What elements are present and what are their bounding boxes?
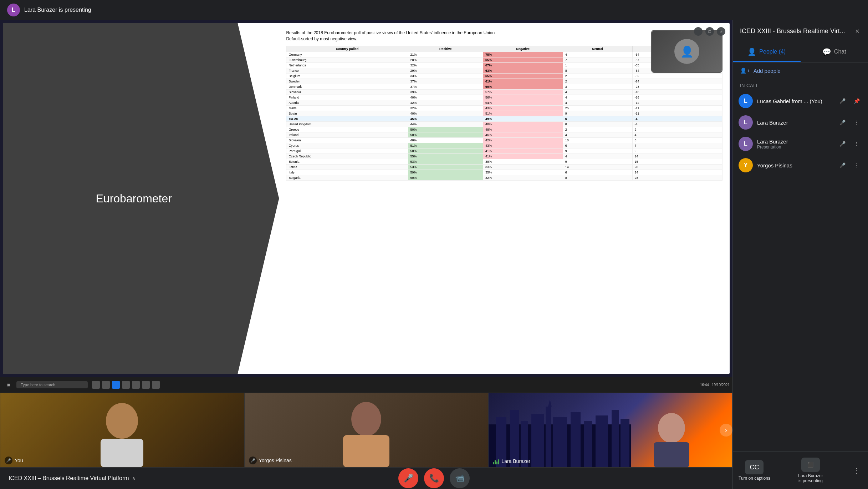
pin-button-lucas[interactable]: 📌 bbox=[851, 95, 862, 107]
eurobarometer-label: Eurobarometer bbox=[96, 192, 186, 205]
close-button[interactable]: × bbox=[717, 27, 725, 36]
sidebar-header: ICED XXIII - Brussels Realtime Virt... × bbox=[733, 20, 868, 42]
minimize-button[interactable]: — bbox=[694, 27, 703, 36]
svg-point-2 bbox=[351, 402, 381, 436]
table-row: Sweden37%61%2-24 bbox=[286, 79, 723, 84]
people-tab-label: People (4) bbox=[759, 49, 786, 55]
captions-button[interactable]: CC Turn on captions bbox=[739, 460, 770, 481]
tab-people[interactable]: 👤 People (4) bbox=[733, 42, 801, 62]
sidebar-more-button[interactable]: ⋮ bbox=[851, 465, 862, 476]
svg-rect-18 bbox=[654, 442, 689, 467]
table-row: Greece50%48%22 bbox=[286, 127, 723, 132]
table-row: Denmark37%60%3-23 bbox=[286, 84, 723, 89]
person-silhouette-lara bbox=[647, 407, 696, 467]
svg-point-0 bbox=[106, 403, 138, 439]
table-row: EU-2845%49%6-4 bbox=[286, 116, 723, 121]
slide-right-panel: Results of the 2018 Eurobarometer poll o… bbox=[279, 23, 730, 374]
taskbar-icon-3[interactable] bbox=[112, 381, 120, 389]
avatar-lara: L bbox=[739, 115, 753, 130]
taskbar-app-icons bbox=[92, 381, 160, 389]
video-name-lara: Lara Burazer bbox=[501, 458, 530, 464]
call-controls: 🎤 📞 📹 bbox=[398, 468, 470, 488]
person-silhouette-you bbox=[86, 396, 158, 467]
top-bar: L Lara Burazer is presenting bbox=[0, 0, 868, 20]
sidebar-title: ICED XXIII - Brussels Realtime Virt... bbox=[740, 27, 845, 35]
svg-rect-15 bbox=[612, 410, 619, 467]
end-call-button[interactable]: 📞 bbox=[424, 468, 444, 488]
info-lara: Lara Burazer bbox=[757, 120, 832, 126]
col-negative: Negative bbox=[483, 46, 563, 52]
video-label-you: 🎤 You bbox=[5, 457, 23, 464]
table-row: Spain40%51%9-11 bbox=[286, 111, 723, 116]
sidebar-bottom: CC Turn on captions ⬛ Lara Burazeris pre… bbox=[733, 452, 868, 489]
video-label-lara: Lara Burazer bbox=[493, 458, 530, 464]
taskbar-icon-5[interactable] bbox=[132, 381, 140, 389]
controls-yorgos: 🎤 ⋮ bbox=[837, 160, 862, 171]
start-button[interactable]: ⊞ bbox=[3, 379, 14, 390]
svg-rect-9 bbox=[546, 407, 551, 467]
taskbar-icon-2[interactable] bbox=[102, 381, 110, 389]
svg-rect-12 bbox=[571, 412, 581, 467]
name-yorgos: Yorgos Pisinas bbox=[757, 162, 832, 168]
mic-button-lara[interactable]: 🎤 bbox=[837, 117, 848, 128]
mic-button-lara-pres[interactable]: 🎤 bbox=[837, 138, 848, 150]
svg-rect-14 bbox=[596, 415, 608, 467]
mic-button-lucas[interactable]: 🎤 bbox=[837, 95, 848, 107]
mic-button-yorgos[interactable]: 🎤 bbox=[837, 160, 848, 171]
table-row: Latvia53%33%1420 bbox=[286, 164, 723, 170]
main-layout: — □ × Eurobarometer Results of the 2018 … bbox=[0, 20, 868, 489]
chat-tab-icon: 💬 bbox=[822, 47, 831, 56]
svg-rect-11 bbox=[553, 417, 567, 467]
presentation-area: — □ × Eurobarometer Results of the 2018 … bbox=[0, 20, 732, 377]
content-area: — □ × Eurobarometer Results of the 2018 … bbox=[0, 20, 732, 489]
col-country: Country polled bbox=[286, 46, 408, 52]
taskbar-search[interactable]: Type here to search bbox=[16, 381, 88, 388]
add-people-label: Add people bbox=[754, 68, 781, 74]
maximize-button[interactable]: □ bbox=[705, 27, 714, 36]
taskbar-icon-4[interactable] bbox=[122, 381, 130, 389]
tab-chat[interactable]: 💬 Chat bbox=[801, 42, 868, 62]
info-lucas: Lucas Gabriel from ... (You) bbox=[757, 98, 832, 104]
captions-label: Turn on captions bbox=[739, 476, 770, 481]
table-row: United Kingdom44%48%8-4 bbox=[286, 121, 723, 127]
more-button-yorgos[interactable]: ⋮ bbox=[851, 160, 862, 171]
avatar-yorgos: Y bbox=[739, 158, 753, 172]
table-row: Austria42%54%4-12 bbox=[286, 100, 723, 105]
presentation-window: — □ × Eurobarometer Results of the 2018 … bbox=[3, 23, 730, 374]
table-row: Czech Republic55%41%414 bbox=[286, 153, 723, 159]
info-lara-pres: Lara Burazer Presentation bbox=[757, 138, 832, 150]
camera-button[interactable]: 📹 bbox=[450, 468, 470, 488]
info-yorgos: Yorgos Pisinas bbox=[757, 162, 832, 168]
svg-rect-1 bbox=[101, 439, 143, 467]
video-name-yorgos: Yorgos Pisinas bbox=[259, 458, 292, 463]
name-lara-pres: Lara Burazer bbox=[757, 138, 832, 145]
video-tile-lara: Lara Burazer bbox=[488, 393, 732, 468]
avatar-lara-pres: L bbox=[739, 137, 753, 151]
taskbar-icon-1[interactable] bbox=[92, 381, 100, 389]
person-silhouette-yorgos bbox=[331, 396, 402, 467]
video-next-arrow[interactable]: › bbox=[720, 424, 732, 437]
table-row: Estonia53%38%915 bbox=[286, 159, 723, 164]
expand-icon[interactable]: ∧ bbox=[132, 475, 136, 481]
table-row: Finland40%56%4-16 bbox=[286, 95, 723, 100]
participant-item-lara-presentation: L Lara Burazer Presentation 🎤 ⋮ bbox=[733, 133, 868, 155]
add-people-button[interactable]: 👤+ Add people bbox=[733, 62, 868, 79]
slide-left-panel: Eurobarometer bbox=[3, 23, 279, 374]
more-button-lara[interactable]: ⋮ bbox=[851, 117, 862, 128]
mute-button[interactable]: 🎤 bbox=[398, 468, 418, 488]
col-positive: Positive bbox=[408, 46, 483, 52]
taskbar-icon-6[interactable] bbox=[142, 381, 150, 389]
name-lara: Lara Burazer bbox=[757, 120, 832, 126]
add-people-icon: 👤+ bbox=[740, 67, 750, 74]
video-strip: 🎤 You 🎤 Yorgos Pisinas bbox=[0, 393, 732, 468]
mute-icon-yorgos: 🎤 bbox=[249, 457, 257, 464]
more-button-lara-pres[interactable]: ⋮ bbox=[851, 138, 862, 150]
participant-item-lara: L Lara Burazer 🎤 ⋮ bbox=[733, 112, 868, 133]
meeting-title-bar: ICED XXIII – Brussels Realtime Virtual P… bbox=[9, 475, 136, 482]
svg-point-17 bbox=[658, 413, 685, 443]
table-row: Portugal50%41%99 bbox=[286, 148, 723, 153]
sidebar-tabs: 👤 People (4) 💬 Chat bbox=[733, 42, 868, 62]
table-row: Belgium33%65%2-32 bbox=[286, 73, 723, 79]
sidebar-close-button[interactable]: × bbox=[854, 26, 861, 37]
taskbar-icon-7[interactable] bbox=[152, 381, 160, 389]
